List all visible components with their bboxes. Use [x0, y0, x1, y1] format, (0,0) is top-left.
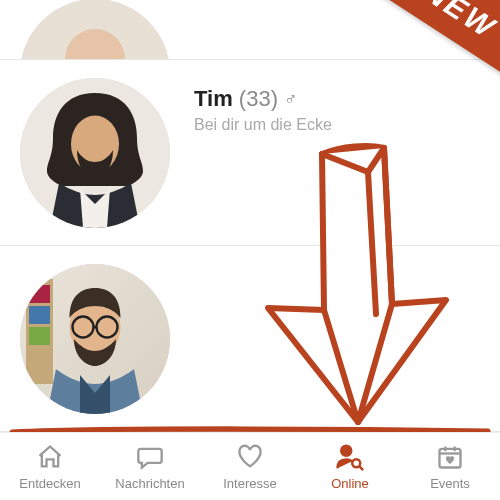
- tab-interest[interactable]: Interesse: [200, 433, 300, 500]
- tab-discover[interactable]: Entdecken: [0, 433, 100, 500]
- tab-bar: Entdecken Nachrichten Interesse: [0, 432, 500, 500]
- tab-label: Events: [430, 476, 470, 491]
- tab-label: Online: [331, 476, 369, 491]
- list-item[interactable]: Tim (33) ♂ Bei dir um die Ecke: [0, 60, 500, 246]
- profile-name-line: Tim (33) ♂: [194, 86, 332, 112]
- male-icon: ♂: [284, 89, 298, 109]
- profile-list: Tim (33) ♂ Bei dir um die Ecke: [0, 0, 500, 432]
- svg-rect-8: [29, 306, 50, 324]
- tab-label: Entdecken: [19, 476, 80, 491]
- tab-events[interactable]: Events: [400, 433, 500, 500]
- tab-label: Interesse: [223, 476, 276, 491]
- profile-name: Tim: [194, 86, 233, 111]
- svg-rect-7: [29, 285, 50, 303]
- tab-label: Nachrichten: [115, 476, 184, 491]
- svg-point-19: [352, 459, 360, 467]
- person-search-icon: [335, 442, 365, 472]
- svg-line-20: [359, 466, 363, 470]
- svg-point-18: [341, 446, 351, 456]
- heart-icon: [236, 442, 264, 472]
- profile-tagline: Bei dir um die Ecke: [194, 116, 332, 134]
- profile-info: Tim (33) ♂ Bei dir um die Ecke: [194, 78, 332, 134]
- avatar: [20, 78, 170, 228]
- avatar: [20, 264, 170, 414]
- tab-messages[interactable]: Nachrichten: [100, 433, 200, 500]
- list-item[interactable]: [0, 246, 500, 432]
- calendar-heart-icon: [436, 442, 464, 472]
- tab-online[interactable]: Online: [300, 433, 400, 500]
- chat-icon: [136, 442, 164, 472]
- svg-rect-9: [29, 327, 50, 345]
- profile-age: (33): [239, 86, 278, 111]
- avatar: [20, 0, 170, 59]
- home-icon: [36, 442, 64, 472]
